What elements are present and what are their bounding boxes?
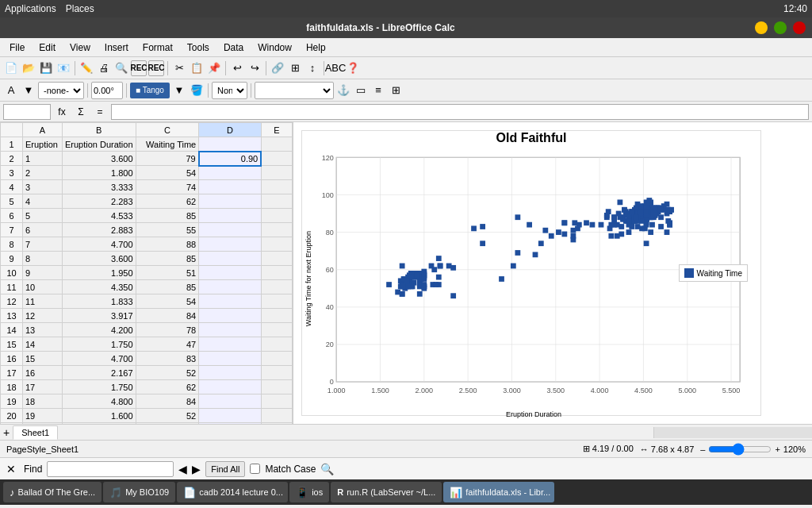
font-format-dropdown[interactable] (255, 82, 334, 99)
zoom-out-icon[interactable]: – (700, 444, 705, 454)
cell-d14[interactable] (199, 323, 262, 337)
cell-e21[interactable] (261, 423, 292, 425)
cell-c17[interactable]: 52 (136, 366, 199, 380)
menu-edit[interactable]: Edit (33, 40, 62, 55)
open-icon[interactable]: 📂 (21, 60, 36, 76)
horizontal-scrollbar[interactable] (653, 427, 812, 438)
menu-help[interactable]: Help (300, 40, 332, 55)
cell-a6[interactable]: 5 (23, 209, 63, 223)
cell-c3[interactable]: 54 (136, 166, 199, 180)
match-case-checkbox[interactable] (250, 464, 260, 474)
menu-file[interactable]: File (3, 40, 31, 55)
col-header-d[interactable]: D (199, 123, 262, 137)
rec1-icon[interactable]: REC (131, 60, 147, 76)
task-runr[interactable]: R run.R (LabServer ~/L... (331, 482, 442, 502)
cell-e1[interactable] (261, 137, 292, 152)
col-header-c[interactable]: C (136, 123, 199, 137)
cell-b14[interactable]: 4.200 (62, 323, 136, 337)
cell-d11[interactable] (199, 280, 262, 294)
cell-d7[interactable] (199, 223, 262, 237)
none-dropdown[interactable]: None (212, 82, 247, 99)
preview-icon[interactable]: 🔍 (113, 60, 129, 76)
cell-e16[interactable] (261, 352, 292, 366)
cell-c15[interactable]: 47 (136, 337, 199, 352)
cell-e2[interactable] (261, 152, 292, 166)
find-close-icon[interactable]: ✕ (6, 463, 16, 475)
cell-d20[interactable] (199, 409, 262, 423)
cell-b20[interactable]: 1.600 (62, 409, 136, 423)
cell-b21[interactable]: 4.250 (62, 423, 136, 425)
task-ballad[interactable]: ♪ Ballad Of The Gre... (3, 482, 102, 502)
find-options-icon[interactable]: 🔍 (320, 463, 334, 475)
cell-e14[interactable] (261, 323, 292, 337)
undo-icon[interactable]: ↩ (229, 60, 245, 76)
frame-icon[interactable]: ▭ (353, 83, 369, 98)
cell-d2[interactable]: 0.90 (199, 152, 262, 166)
menu-data[interactable]: Data (217, 40, 250, 55)
cell-a16[interactable]: 15 (23, 352, 63, 366)
edit-icon[interactable]: ✏️ (79, 60, 94, 76)
cell-a2[interactable]: 1 (23, 152, 63, 166)
menu-window[interactable]: Window (251, 40, 298, 55)
cell-d4[interactable] (199, 180, 262, 194)
cell-a21[interactable]: 20 (23, 423, 63, 425)
cell-d10[interactable] (199, 266, 262, 280)
email-icon[interactable]: 📧 (56, 60, 71, 76)
cell-d21[interactable] (199, 423, 262, 425)
table-icon[interactable]: ⊞ (287, 60, 303, 76)
cell-c11[interactable]: 85 (136, 280, 199, 294)
cell-b17[interactable]: 2.167 (62, 366, 136, 380)
task-ios[interactable]: 📱 ios (289, 482, 329, 502)
cell-b19[interactable]: 4.800 (62, 394, 136, 409)
color-arrow[interactable]: ▼ (171, 83, 187, 98)
sort-icon[interactable]: ↕ (304, 60, 320, 76)
cell-e3[interactable] (261, 166, 292, 180)
task-cadb[interactable]: 📄 cadb 2014 lecture 0... (177, 482, 288, 502)
anchor-icon[interactable]: ⚓ (335, 83, 351, 98)
styles-icon[interactable]: A (3, 83, 19, 98)
cell-e7[interactable] (261, 223, 292, 237)
cell-d12[interactable] (199, 294, 262, 309)
cell-c9[interactable]: 85 (136, 252, 199, 266)
cell-c7[interactable]: 55 (136, 223, 199, 237)
cell-a4[interactable]: 3 (23, 180, 63, 194)
cell-c1[interactable]: Waiting Time (136, 137, 199, 152)
cell-reference-input[interactable]: D2 (3, 104, 51, 120)
sum-button[interactable]: Σ (73, 104, 89, 120)
cell-a20[interactable]: 19 (23, 409, 63, 423)
save-icon[interactable]: 💾 (38, 60, 54, 76)
col-header-b[interactable]: B (62, 123, 136, 137)
cell-d6[interactable] (199, 209, 262, 223)
cell-c19[interactable]: 84 (136, 394, 199, 409)
cell-d3[interactable] (199, 166, 262, 180)
cell-e4[interactable] (261, 180, 292, 194)
find-all-button[interactable]: Find All (205, 461, 245, 477)
cell-e10[interactable] (261, 266, 292, 280)
cell-a17[interactable]: 16 (23, 366, 63, 380)
hyperlink-icon[interactable]: 🔗 (270, 60, 285, 76)
cell-a9[interactable]: 8 (23, 252, 63, 266)
menu-format[interactable]: Format (136, 40, 179, 55)
cell-e12[interactable] (261, 294, 292, 309)
cell-c13[interactable]: 84 (136, 309, 199, 323)
cell-b12[interactable]: 1.833 (62, 294, 136, 309)
cell-b16[interactable]: 4.700 (62, 352, 136, 366)
cell-d18[interactable] (199, 380, 262, 394)
zoom-range[interactable] (708, 443, 772, 456)
formula-input[interactable]: =CORREL(B2:B273,C2:C273) (111, 104, 809, 120)
cell-b2[interactable]: 3.600 (62, 152, 136, 166)
copy-icon[interactable]: 📋 (189, 60, 205, 76)
cell-a15[interactable]: 14 (23, 337, 63, 352)
cell-d19[interactable] (199, 394, 262, 409)
zoom-in-icon[interactable]: + (775, 444, 779, 454)
cell-a18[interactable]: 17 (23, 380, 63, 394)
cell-d17[interactable] (199, 366, 262, 380)
align-icon[interactable]: ⊞ (388, 83, 404, 98)
redo-icon[interactable]: ↪ (247, 60, 262, 76)
cell-a19[interactable]: 18 (23, 394, 63, 409)
cell-c2[interactable]: 79 (136, 152, 199, 166)
cell-b4[interactable]: 3.333 (62, 180, 136, 194)
cell-b9[interactable]: 3.600 (62, 252, 136, 266)
cell-a13[interactable]: 12 (23, 309, 63, 323)
cell-d13[interactable] (199, 309, 262, 323)
